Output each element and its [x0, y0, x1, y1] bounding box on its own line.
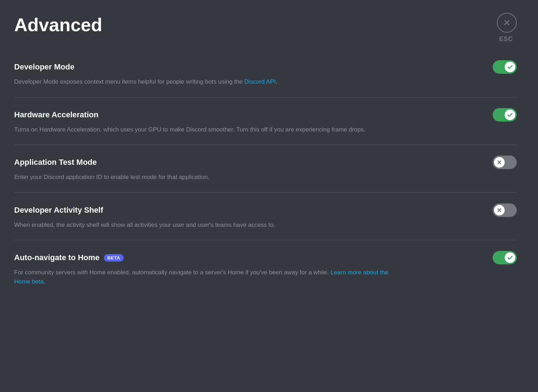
page-title: Advanced [14, 14, 517, 35]
toggle-knob-auto-navigate-home [505, 252, 515, 263]
section-desc-auto-navigate-home: For community servers with Home enabled,… [14, 268, 404, 286]
x-icon [497, 207, 502, 213]
esc-label: ESC [499, 35, 513, 43]
settings-page: Advanced ESC Developer Mode Developer Mo… [0, 0, 538, 392]
section-desc-application-test-mode: Enter your Discord application ID to ena… [14, 173, 404, 182]
section-developer-activity-shelf: Developer Activity Shelf When enabled, t… [14, 193, 517, 241]
check-icon [507, 255, 513, 261]
section-developer-mode: Developer Mode Developer Mode exposes co… [14, 50, 517, 97]
settings-sections: Developer Mode Developer Mode exposes co… [14, 50, 517, 297]
section-title-developer-mode: Developer Mode [14, 62, 74, 72]
toggle-application-test-mode[interactable] [493, 156, 517, 169]
toggle-developer-mode[interactable] [493, 60, 517, 74]
check-icon [507, 64, 513, 70]
toggle-knob-developer-mode [505, 62, 515, 72]
link-auto-navigate-home[interactable]: Learn more about the Home beta. [14, 269, 388, 285]
section-application-test-mode: Application Test Mode Enter your Discord… [14, 145, 517, 193]
toggle-developer-activity-shelf[interactable] [493, 203, 517, 217]
section-title-application-test-mode: Application Test Mode [14, 158, 97, 167]
section-desc-developer-activity-shelf: When enabled, the activity shelf will sh… [14, 220, 404, 230]
section-hardware-acceleration: Hardware Acceleration Turns on Hardware … [14, 97, 517, 145]
toggle-knob-hardware-acceleration [505, 110, 515, 120]
link-developer-mode[interactable]: Discord API [244, 78, 276, 85]
beta-badge: BETA [104, 254, 124, 262]
section-desc-hardware-acceleration: Turns on Hardware Acceleration, which us… [14, 125, 404, 134]
toggle-knob-developer-activity-shelf [494, 205, 505, 215]
section-title-developer-activity-shelf: Developer Activity Shelf [14, 206, 103, 215]
section-title-auto-navigate-home: Auto-navigate to HomeBETA [14, 253, 124, 262]
x-icon [497, 159, 502, 165]
check-icon [507, 112, 513, 118]
close-button[interactable] [497, 13, 517, 33]
toggle-hardware-acceleration[interactable] [493, 108, 517, 122]
toggle-knob-application-test-mode [494, 157, 505, 168]
close-icon [503, 18, 511, 27]
toggle-auto-navigate-home[interactable] [493, 251, 517, 264]
section-auto-navigate-home: Auto-navigate to HomeBETA For community … [14, 240, 517, 297]
section-desc-developer-mode: Developer Mode exposes context menu item… [14, 77, 404, 86]
section-title-hardware-acceleration: Hardware Acceleration [14, 110, 99, 119]
